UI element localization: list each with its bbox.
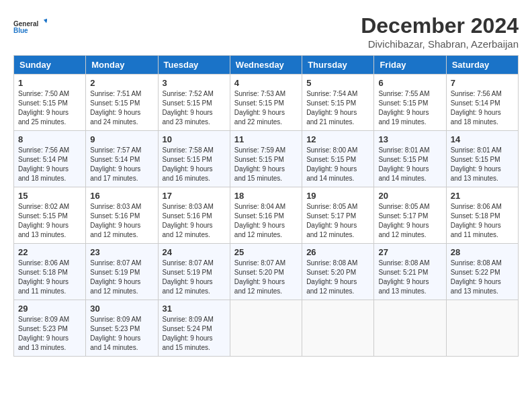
sunrise-text: Sunrise: 8:08 AM xyxy=(378,259,429,267)
sunrise-text: Sunrise: 8:03 AM xyxy=(163,203,214,210)
sunset-text: Sunset: 5:15 PM xyxy=(378,156,428,163)
day-info: Sunrise: 7:51 AM Sunset: 5:15 PM Dayligh… xyxy=(90,89,153,127)
daylight-text: Daylight: 9 hours and 12 minutes. xyxy=(234,222,285,238)
calendar-cell: 12 Sunrise: 8:00 AM Sunset: 5:15 PM Dayl… xyxy=(302,131,374,187)
weekday-header-row: Sunday Monday Tuesday Wednesday Thursday… xyxy=(14,56,519,75)
sunset-text: Sunset: 5:16 PM xyxy=(163,212,212,220)
page-wrapper: General Blue December 2024 Divichibazar,… xyxy=(13,13,519,357)
sunrise-text: Sunrise: 7:54 AM xyxy=(306,90,357,97)
sunset-text: Sunset: 5:23 PM xyxy=(18,325,68,332)
sunrise-text: Sunrise: 8:07 AM xyxy=(163,259,214,267)
day-info: Sunrise: 7:52 AM Sunset: 5:15 PM Dayligh… xyxy=(163,89,226,127)
calendar-cell: 8 Sunrise: 7:56 AM Sunset: 5:14 PM Dayli… xyxy=(14,131,86,187)
day-number: 27 xyxy=(378,247,441,257)
sunrise-text: Sunrise: 7:50 AM xyxy=(18,90,69,97)
calendar-cell: 5 Sunrise: 7:54 AM Sunset: 5:15 PM Dayli… xyxy=(302,75,374,131)
calendar-cell: 29 Sunrise: 8:09 AM Sunset: 5:23 PM Dayl… xyxy=(14,300,86,357)
day-info: Sunrise: 8:00 AM Sunset: 5:15 PM Dayligh… xyxy=(306,146,369,183)
sunset-text: Sunset: 5:20 PM xyxy=(234,269,284,276)
day-info: Sunrise: 8:03 AM Sunset: 5:16 PM Dayligh… xyxy=(90,202,153,240)
sunset-text: Sunset: 5:15 PM xyxy=(90,99,140,107)
sunset-text: Sunset: 5:24 PM xyxy=(163,325,212,332)
sunrise-text: Sunrise: 8:02 AM xyxy=(18,203,69,210)
header-tuesday: Tuesday xyxy=(158,56,230,75)
title-block: December 2024 Divichibazar, Shabran, Aze… xyxy=(361,13,519,50)
day-number: 1 xyxy=(18,78,81,88)
sunrise-text: Sunrise: 8:09 AM xyxy=(18,316,69,323)
day-info: Sunrise: 7:56 AM Sunset: 5:14 PM Dayligh… xyxy=(18,146,81,183)
day-number: 12 xyxy=(306,134,369,144)
sunrise-text: Sunrise: 7:53 AM xyxy=(234,90,285,97)
daylight-text: Daylight: 9 hours and 19 minutes. xyxy=(378,109,429,126)
svg-marker-2 xyxy=(44,19,47,24)
sunset-text: Sunset: 5:15 PM xyxy=(18,99,68,107)
sunrise-text: Sunrise: 8:05 AM xyxy=(378,203,429,210)
day-number: 15 xyxy=(18,191,81,201)
daylight-text: Daylight: 9 hours and 11 minutes. xyxy=(18,278,69,295)
day-number: 24 xyxy=(163,247,226,257)
day-number: 25 xyxy=(234,247,298,257)
daylight-text: Daylight: 9 hours and 13 minutes. xyxy=(451,165,501,182)
daylight-text: Daylight: 9 hours and 13 minutes. xyxy=(451,278,501,295)
svg-text:General: General xyxy=(13,20,38,28)
daylight-text: Daylight: 9 hours and 14 minutes. xyxy=(90,334,140,351)
daylight-text: Daylight: 9 hours and 14 minutes. xyxy=(306,165,357,182)
calendar-cell: 28 Sunrise: 8:08 AM Sunset: 5:22 PM Dayl… xyxy=(446,244,518,300)
calendar-cell: 16 Sunrise: 8:03 AM Sunset: 5:16 PM Dayl… xyxy=(86,187,158,244)
day-info: Sunrise: 8:08 AM Sunset: 5:20 PM Dayligh… xyxy=(306,259,369,296)
daylight-text: Daylight: 9 hours and 13 minutes. xyxy=(18,334,69,351)
sunset-text: Sunset: 5:21 PM xyxy=(378,269,428,276)
daylight-text: Daylight: 9 hours and 24 minutes. xyxy=(90,109,140,126)
month-year-title: December 2024 xyxy=(361,13,519,38)
calendar-cell: 25 Sunrise: 8:07 AM Sunset: 5:20 PM Dayl… xyxy=(230,244,302,300)
day-info: Sunrise: 8:07 AM Sunset: 5:20 PM Dayligh… xyxy=(234,259,298,296)
header-thursday: Thursday xyxy=(302,56,374,75)
logo-svg: General Blue xyxy=(13,13,47,40)
day-number: 13 xyxy=(378,134,441,144)
daylight-text: Daylight: 9 hours and 16 minutes. xyxy=(163,165,213,182)
week-row-5: 29 Sunrise: 8:09 AM Sunset: 5:23 PM Dayl… xyxy=(14,300,519,357)
sunset-text: Sunset: 5:15 PM xyxy=(234,156,284,163)
sunset-text: Sunset: 5:14 PM xyxy=(18,156,68,163)
calendar-cell: 3 Sunrise: 7:52 AM Sunset: 5:15 PM Dayli… xyxy=(158,75,230,131)
sunset-text: Sunset: 5:15 PM xyxy=(378,99,428,107)
sunrise-text: Sunrise: 7:56 AM xyxy=(451,90,502,97)
day-info: Sunrise: 7:56 AM Sunset: 5:14 PM Dayligh… xyxy=(451,89,514,127)
calendar-cell: 23 Sunrise: 8:07 AM Sunset: 5:19 PM Dayl… xyxy=(86,244,158,300)
day-number: 10 xyxy=(163,134,226,144)
day-number: 4 xyxy=(234,78,298,88)
day-number: 6 xyxy=(378,78,441,88)
sunrise-text: Sunrise: 8:01 AM xyxy=(451,146,502,154)
day-number: 30 xyxy=(90,304,153,314)
sunrise-text: Sunrise: 8:05 AM xyxy=(306,203,357,210)
sunset-text: Sunset: 5:18 PM xyxy=(451,212,500,220)
sunset-text: Sunset: 5:15 PM xyxy=(163,99,212,107)
header: General Blue December 2024 Divichibazar,… xyxy=(13,13,519,50)
day-number: 3 xyxy=(163,78,226,88)
sunset-text: Sunset: 5:15 PM xyxy=(451,156,500,163)
daylight-text: Daylight: 9 hours and 15 minutes. xyxy=(234,165,285,182)
header-wednesday: Wednesday xyxy=(230,56,302,75)
day-info: Sunrise: 8:04 AM Sunset: 5:16 PM Dayligh… xyxy=(234,202,298,240)
sunrise-text: Sunrise: 8:06 AM xyxy=(451,203,502,210)
daylight-text: Daylight: 9 hours and 22 minutes. xyxy=(234,109,285,126)
sunrise-text: Sunrise: 7:57 AM xyxy=(90,146,141,154)
header-monday: Monday xyxy=(86,56,158,75)
calendar-cell xyxy=(446,300,518,357)
week-row-4: 22 Sunrise: 8:06 AM Sunset: 5:18 PM Dayl… xyxy=(14,244,519,300)
daylight-text: Daylight: 9 hours and 25 minutes. xyxy=(18,109,69,126)
svg-text:Blue: Blue xyxy=(13,27,28,34)
calendar-cell: 20 Sunrise: 8:05 AM Sunset: 5:17 PM Dayl… xyxy=(374,187,446,244)
daylight-text: Daylight: 9 hours and 11 minutes. xyxy=(451,222,501,238)
sunrise-text: Sunrise: 8:04 AM xyxy=(234,203,285,210)
sunrise-text: Sunrise: 8:06 AM xyxy=(18,259,69,267)
calendar-cell: 14 Sunrise: 8:01 AM Sunset: 5:15 PM Dayl… xyxy=(446,131,518,187)
calendar-cell: 24 Sunrise: 8:07 AM Sunset: 5:19 PM Dayl… xyxy=(158,244,230,300)
sunset-text: Sunset: 5:15 PM xyxy=(306,99,356,107)
day-number: 22 xyxy=(18,247,81,257)
daylight-text: Daylight: 9 hours and 15 minutes. xyxy=(163,334,213,351)
sunset-text: Sunset: 5:16 PM xyxy=(90,212,140,220)
sunset-text: Sunset: 5:14 PM xyxy=(90,156,140,163)
day-info: Sunrise: 7:58 AM Sunset: 5:15 PM Dayligh… xyxy=(163,146,226,183)
daylight-text: Daylight: 9 hours and 21 minutes. xyxy=(306,109,357,126)
